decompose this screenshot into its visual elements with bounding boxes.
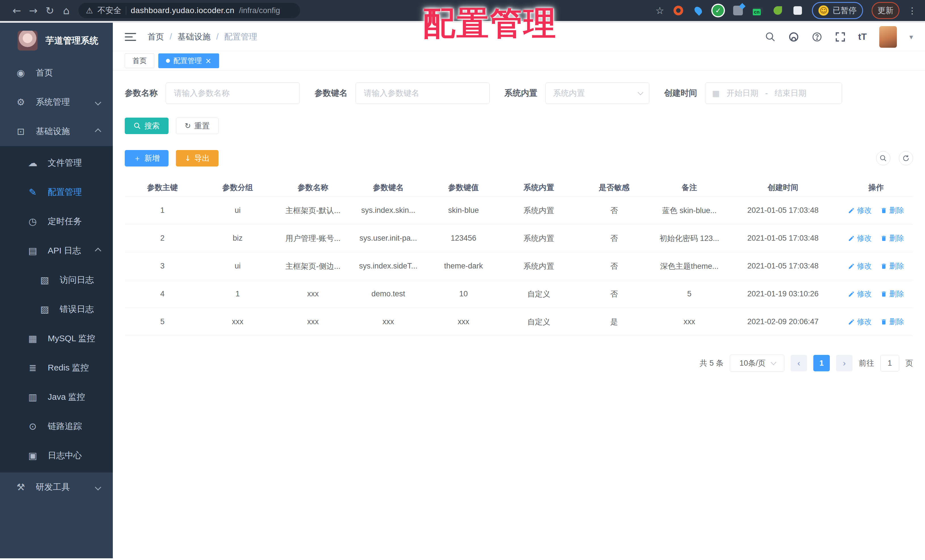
sidebar-item-scheduled-tasks[interactable]: ◷ 定时任务 — [0, 207, 113, 236]
search-button[interactable]: 搜索 — [125, 117, 169, 134]
address-bar[interactable]: ⚠ 不安全 dashboard.yudao.iocoder.cn /infra/… — [78, 3, 300, 18]
page-content: 参数名称 参数键名 系统内置 系统内置 创建时间 ▦ 开始日期 - 结束日期 — [113, 71, 925, 558]
param-name-input[interactable] — [166, 83, 300, 104]
extension-translate-icon[interactable]: cn — [752, 5, 764, 16]
sidebar-item-dev-tools[interactable]: ⚒ 研发工具 — [0, 473, 113, 502]
tab-bar: 首页 配置管理 × — [113, 51, 925, 71]
profile-paused-pill[interactable]: ☺ 已暂停 — [812, 2, 863, 19]
param-key-input[interactable] — [356, 83, 490, 104]
browser-menu-icon[interactable]: ⋮ — [908, 6, 916, 16]
sidebar-item-config-management[interactable]: ✎ 配置管理 — [0, 178, 113, 207]
browser-reload-icon[interactable]: ↻ — [42, 5, 58, 17]
sidebar-item-java-monitor[interactable]: ▥ Java 监控 — [0, 382, 113, 412]
edit-link[interactable]: 修改 — [848, 233, 872, 243]
filter-actions: 搜索 ↻ 重置 — [125, 117, 913, 134]
delete-link[interactable]: 删除 — [880, 205, 904, 215]
cell-created: 2021-01-05 17:03:48 — [727, 234, 839, 242]
sidebar-item-error-logs[interactable]: ▨ 错误日志 — [0, 295, 113, 324]
cell-remark: 初始化密码 123... — [652, 233, 727, 244]
browser-right-cluster: ☆ ✓ cn ☺ 已暂停 更新 ⋮ — [655, 2, 916, 19]
github-icon[interactable] — [788, 32, 799, 42]
sidebar-item-mysql-monitor[interactable]: ▦ MySQL 监控 — [0, 324, 113, 353]
browser-forward-icon[interactable]: → — [25, 5, 42, 17]
search-icon[interactable] — [765, 32, 776, 42]
next-page-button[interactable]: › — [836, 355, 853, 371]
close-tab-icon[interactable]: × — [205, 57, 211, 65]
collapse-sidebar-icon[interactable] — [125, 33, 136, 41]
page-size-select[interactable]: 10条/页 — [730, 355, 784, 372]
edit-link[interactable]: 修改 — [848, 205, 872, 215]
sidebar-item-infrastructure[interactable]: ⊡ 基础设施 — [0, 117, 113, 146]
font-size-icon[interactable]: tT — [858, 32, 867, 42]
sidebar-item-label: 配置管理 — [48, 187, 82, 198]
cell-group: 1 — [200, 289, 276, 298]
cell-created: 2021-01-05 17:03:48 — [727, 262, 839, 271]
sidebar-item-system[interactable]: ⚙ 系统管理 — [0, 87, 113, 117]
chevron-down-icon — [771, 360, 776, 365]
delete-label: 删除 — [889, 261, 904, 271]
toggle-search-button[interactable] — [876, 151, 890, 166]
breadcrumb-separator: / — [170, 32, 172, 42]
delete-link[interactable]: 删除 — [880, 317, 904, 327]
browser-back-icon[interactable]: ← — [9, 5, 25, 17]
sidebar-item-label: 日志中心 — [48, 450, 82, 461]
sidebar-submenu-infrastructure: ☁ 文件管理 ✎ 配置管理 ◷ 定时任务 ▤ API 日志 ▧ 访问日志 ▨ — [0, 146, 113, 473]
reset-button[interactable]: ↻ 重置 — [176, 117, 218, 134]
cell-name: 主框架页-侧边... — [276, 261, 351, 271]
add-button[interactable]: ＋ 新增 — [125, 150, 169, 167]
prev-page-button[interactable]: ‹ — [791, 355, 807, 371]
redis-icon: ≣ — [27, 362, 39, 373]
extension-ring-icon[interactable] — [673, 5, 684, 16]
avatar-caret-icon[interactable]: ▾ — [909, 33, 913, 41]
chevron-up-icon — [95, 247, 101, 254]
sidebar-item-home[interactable]: ◉ 首页 — [0, 58, 113, 87]
date-range-picker[interactable]: ▦ 开始日期 - 结束日期 — [705, 83, 842, 104]
cell-value: 123456 — [426, 234, 501, 242]
edit-link[interactable]: 修改 — [848, 289, 872, 299]
cell-key: sys.index.skin... — [351, 206, 426, 215]
cell-builtin: 自定义 — [501, 289, 577, 299]
builtin-select[interactable]: 系统内置 — [545, 83, 649, 104]
sidebar-item-tracing[interactable]: ⊙ 链路追踪 — [0, 412, 113, 441]
security-label[interactable]: 不安全 — [98, 5, 121, 16]
active-tab-dot-icon — [166, 59, 170, 63]
fullscreen-icon[interactable] — [835, 32, 846, 42]
param-name-label: 参数名称 — [125, 87, 158, 99]
cell-id: 1 — [125, 206, 200, 215]
table-toolbar: ＋ 新增 ↓ 导出 — [125, 150, 913, 167]
delete-link[interactable]: 删除 — [880, 261, 904, 271]
cell-remark: xxx — [652, 318, 727, 326]
extension-check-icon[interactable]: ✓ — [713, 5, 724, 16]
sidebar-item-file-management[interactable]: ☁ 文件管理 — [0, 148, 113, 178]
browser-home-icon[interactable]: ⌂ — [58, 5, 74, 17]
extension-gray-icon[interactable] — [732, 5, 744, 16]
breadcrumb-infrastructure[interactable]: 基础设施 — [178, 31, 211, 43]
tab-home[interactable]: 首页 — [125, 53, 154, 68]
clock-icon: ◷ — [27, 216, 39, 227]
bookmark-star-icon[interactable]: ☆ — [655, 5, 664, 16]
extensions-puzzle-icon[interactable] — [792, 5, 803, 16]
edit-link[interactable]: 修改 — [848, 317, 872, 327]
url-path: /infra/config — [239, 6, 280, 15]
extension-leaf-icon[interactable] — [772, 5, 783, 16]
breadcrumb-home[interactable]: 首页 — [148, 31, 164, 43]
user-avatar[interactable] — [879, 26, 897, 48]
tab-config-management[interactable]: 配置管理 × — [158, 53, 219, 68]
edit-label: 修改 — [857, 289, 872, 299]
current-page-button[interactable]: 1 — [814, 355, 830, 371]
sidebar-item-label: 访问日志 — [60, 274, 94, 286]
refresh-table-button[interactable] — [899, 151, 913, 166]
goto-page-input[interactable] — [880, 355, 899, 371]
export-button[interactable]: ↓ 导出 — [176, 150, 218, 167]
extension-pin-icon[interactable] — [693, 5, 704, 16]
cell-name: 用户管理-账号... — [276, 233, 351, 244]
delete-link[interactable]: 删除 — [880, 289, 904, 299]
edit-link[interactable]: 修改 — [848, 261, 872, 271]
sidebar-item-access-logs[interactable]: ▧ 访问日志 — [0, 265, 113, 295]
sidebar-item-redis-monitor[interactable]: ≣ Redis 监控 — [0, 353, 113, 382]
help-icon[interactable] — [812, 32, 823, 42]
sidebar-item-api-logs[interactable]: ▤ API 日志 — [0, 236, 113, 265]
browser-update-button[interactable]: 更新 — [872, 2, 899, 19]
sidebar-item-log-center[interactable]: ▣ 日志中心 — [0, 441, 113, 470]
delete-link[interactable]: 删除 — [880, 233, 904, 243]
